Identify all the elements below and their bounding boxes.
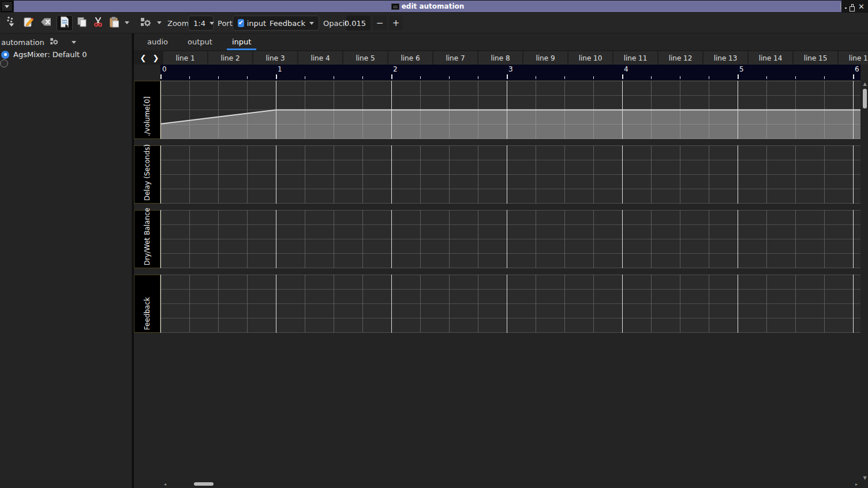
machine-radio-row-empty[interactable] [0, 59, 8, 67]
chevron-down-icon [5, 5, 9, 8]
select-icon [58, 16, 71, 31]
port-checkbox[interactable]: ✔ [238, 19, 244, 27]
line-tabs: line 1line 2line 3line 4line 5line 6line… [163, 51, 868, 65]
machine-radio-row[interactable]: AgsMixer: Default 0 [1, 50, 87, 59]
automation-curve[interactable] [160, 81, 860, 139]
zoom-value: 1:4 [193, 19, 205, 28]
lane-label-text: Feedback [143, 297, 151, 330]
lane-grid-2[interactable] [160, 145, 860, 204]
tool-popup-button[interactable] [137, 15, 154, 31]
scroll-up-arrow-icon[interactable]: ▲ [862, 81, 868, 87]
ruler-label: 1 [278, 65, 282, 73]
line-tab-10[interactable]: line 10 [568, 51, 612, 65]
line-tab-16[interactable]: line 16 [839, 51, 868, 65]
ruler-major-tick [276, 74, 277, 79]
port-scope: input [247, 19, 266, 28]
line-tab-4[interactable]: line 4 [298, 51, 342, 65]
line-tab-14[interactable]: line 14 [749, 51, 792, 65]
ruler-major-tick [853, 74, 854, 79]
toolbar: Zoom 1:4 Port ✔ input Feedback Opacity 0… [0, 13, 868, 33]
ruler-major-tick [391, 74, 392, 79]
machine-selector-icon [49, 36, 59, 48]
lane-grid-3[interactable] [160, 210, 860, 268]
ruler-minor-tick [536, 76, 536, 79]
edit-tool-button[interactable] [21, 15, 37, 31]
paste-menu-chevron-icon[interactable] [125, 21, 129, 24]
timeline-ruler[interactable]: 0123456 [160, 65, 860, 80]
machine-menu-chevron-icon[interactable] [72, 41, 76, 44]
scroll-right-arrow-icon[interactable]: ▸ [853, 481, 860, 487]
vertical-scrollbar[interactable]: ▲ ▼ [862, 81, 868, 481]
cut-tool-button[interactable] [90, 15, 106, 31]
horizontal-scroll-thumb[interactable] [194, 482, 214, 486]
lane-label-4: Feedback [134, 275, 160, 333]
opacity-increase-button[interactable]: + [389, 16, 403, 31]
tab-input[interactable]: input [222, 33, 261, 50]
ruler-label: 2 [393, 65, 398, 73]
ruler-minor-tick [449, 76, 450, 79]
paste-tool-button[interactable] [106, 15, 122, 31]
titlebar-center: edit automation [14, 1, 841, 12]
machine-radio-selected[interactable] [1, 51, 9, 59]
lane-grid-1[interactable] [160, 81, 860, 139]
ruler-major-tick [738, 74, 739, 79]
ruler-minor-tick [651, 76, 652, 79]
line-tab-12[interactable]: line 12 [659, 51, 702, 65]
titlebar: edit automation ✕ [0, 0, 868, 13]
position-tool-button[interactable] [3, 15, 20, 31]
line-scroll-left-button[interactable]: ❮ [137, 51, 149, 65]
vertical-scroll-thumb[interactable] [863, 89, 867, 108]
automation-editor-pane: audiooutputinput ❮ ❯ line 1line 2line 3l… [134, 33, 868, 488]
scroll-left-arrow-icon[interactable]: ◂ [162, 481, 169, 487]
line-tab-5[interactable]: line 5 [343, 51, 387, 65]
port-label: Port [218, 13, 233, 33]
sidebar: automation AgsMixer: Default 0 [0, 33, 133, 488]
copy-tool-button[interactable] [74, 15, 90, 31]
opacity-value[interactable]: 0.015 [346, 16, 371, 31]
tab-audio[interactable]: audio [137, 33, 178, 50]
tab-output[interactable]: output [178, 33, 222, 50]
clear-icon [40, 16, 53, 31]
tool-menu-chevron-icon[interactable] [157, 21, 162, 24]
minimize-button[interactable] [845, 7, 847, 9]
line-tab-2[interactable]: line 2 [208, 51, 252, 65]
ruler-minor-tick [420, 76, 421, 79]
maximize-button[interactable] [851, 4, 854, 9]
automation-label: automation [1, 38, 44, 47]
line-tab-8[interactable]: line 8 [478, 51, 522, 65]
close-button[interactable]: ✕ [858, 3, 865, 10]
ruler-label: 4 [624, 65, 628, 73]
ruler-minor-tick [334, 76, 334, 79]
zoom-label: Zoom [167, 13, 189, 33]
scroll-down-arrow-icon[interactable]: ▼ [862, 475, 868, 481]
ruler-major-tick [160, 74, 162, 79]
ruler-minor-tick [305, 76, 305, 79]
ruler-label: 0 [162, 65, 167, 73]
select-tool-button[interactable] [57, 15, 73, 31]
line-tab-3[interactable]: line 3 [253, 51, 297, 65]
machine-tools-icon [139, 16, 152, 31]
lane-label-text: Dry/Wet Balance [143, 208, 151, 265]
chevron-down-icon [309, 22, 314, 25]
line-tab-7[interactable]: line 7 [433, 51, 477, 65]
opacity-decrease-button[interactable]: − [373, 16, 387, 31]
line-scroll-right-button[interactable]: ❯ [149, 51, 162, 65]
chevron-down-icon [209, 22, 214, 25]
line-tab-1[interactable]: line 1 [163, 51, 207, 65]
lane-grid-4[interactable] [160, 275, 860, 333]
horizontal-scrollbar[interactable]: ◂ ▸ [160, 481, 863, 487]
zoom-combo[interactable]: 1:4 [188, 16, 214, 31]
edit-icon [23, 16, 35, 31]
line-tab-11[interactable]: line 11 [613, 51, 657, 65]
machine-radio-unselected[interactable] [0, 59, 8, 67]
line-tab-15[interactable]: line 15 [794, 51, 837, 65]
line-tab-9[interactable]: line 9 [523, 51, 567, 65]
edit-automation-window: edit automation ✕ [0, 0, 868, 488]
port-combo[interactable]: ✔ input Feedback [233, 16, 319, 31]
clear-tool-button[interactable] [38, 15, 54, 31]
ruler-minor-tick [362, 76, 363, 79]
line-tab-6[interactable]: line 6 [388, 51, 432, 65]
line-tab-13[interactable]: line 13 [704, 51, 747, 65]
ruler-minor-tick [478, 76, 478, 79]
window-menu-button[interactable] [1, 1, 13, 12]
